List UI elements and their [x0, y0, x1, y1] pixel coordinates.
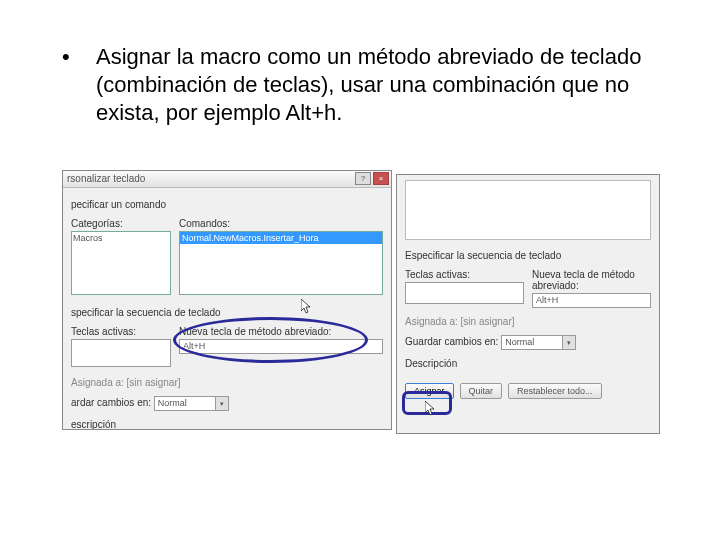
specify-command-label: pecificar un comando [71, 199, 383, 210]
bullet-dot: • [62, 43, 96, 127]
active-keys-label-r: Teclas activas: [405, 269, 524, 280]
remove-button[interactable]: Quitar [460, 383, 503, 399]
dialog-title: rsonalizar teclado [67, 173, 145, 184]
save-changes-combo[interactable]: Normal ▾ [154, 396, 229, 411]
save-changes-label-r: Guardar cambios en: [405, 336, 498, 347]
chevron-down-icon-r: ▾ [562, 336, 575, 349]
specify-sequence-label: specificar la secuencia de teclado [71, 307, 383, 318]
active-keys-box[interactable] [71, 339, 171, 367]
chevron-down-icon: ▾ [215, 397, 228, 410]
commands-listbox-right[interactable] [405, 180, 651, 240]
active-keys-label: Teclas activas: [71, 326, 171, 337]
bullet-body: Asignar la macro como un método abreviad… [96, 43, 662, 127]
titlebar: rsonalizar teclado ? × [63, 171, 391, 188]
save-changes-label: ardar cambios en: [71, 397, 151, 408]
close-button[interactable]: × [373, 172, 389, 185]
slide-bullet: • Asignar la macro como un método abrevi… [62, 43, 662, 127]
save-changes-value: Normal [155, 397, 215, 410]
specify-sequence-label-r: Especificar la secuencia de teclado [405, 250, 651, 261]
reset-all-button[interactable]: Restablecer todo... [508, 383, 602, 399]
category-item[interactable]: Macros [73, 233, 169, 243]
categories-label: Categorías: [71, 218, 171, 229]
save-changes-value-r: Normal [502, 336, 562, 349]
new-key-label-r: Nueva tecla de método abreviado: [532, 269, 651, 291]
new-key-input[interactable]: Alt+H [179, 339, 383, 354]
new-key-label: Nueva tecla de método abreviado: [179, 326, 383, 337]
customize-keyboard-dialog-left: rsonalizar teclado ? × pecificar un coma… [62, 170, 392, 430]
categories-listbox[interactable]: Macros [71, 231, 171, 295]
help-button[interactable]: ? [355, 172, 371, 185]
screenshots: rsonalizar teclado ? × pecificar un coma… [62, 170, 662, 440]
command-item[interactable]: Normal.NewMacros.Insertar_Hora [180, 232, 382, 244]
description-label: escripción [71, 419, 383, 430]
save-changes-combo-r[interactable]: Normal ▾ [501, 335, 576, 350]
commands-listbox[interactable]: Normal.NewMacros.Insertar_Hora [179, 231, 383, 295]
assigned-to-r: Asignada a: [sin asignar] [405, 316, 651, 327]
active-keys-box-r[interactable] [405, 282, 524, 304]
assign-button[interactable]: Asignar [405, 383, 454, 399]
commands-label: Comandos: [179, 218, 383, 229]
description-label-r: Descripción [405, 358, 651, 369]
assigned-to: Asignada a: [sin asignar] [71, 377, 383, 388]
customize-keyboard-dialog-right: Especificar la secuencia de teclado Tecl… [396, 174, 660, 434]
new-key-input-r[interactable]: Alt+H [532, 293, 651, 308]
